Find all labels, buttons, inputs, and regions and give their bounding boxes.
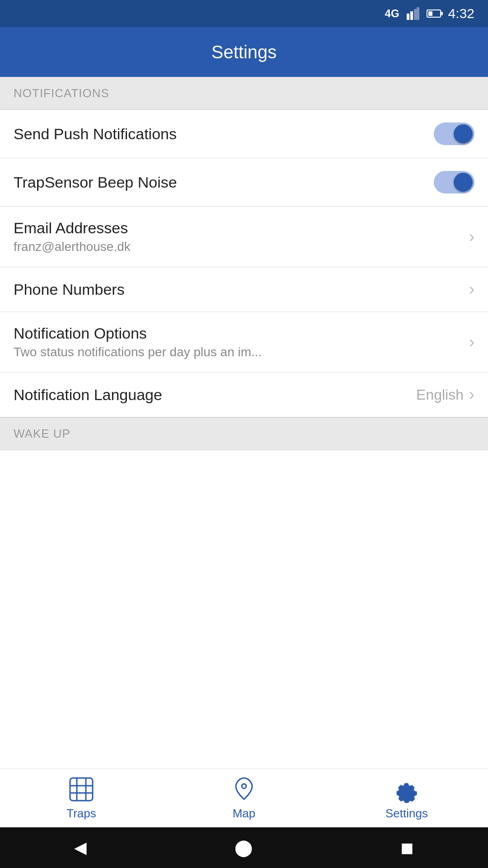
email-addresses-chevron: › [469, 227, 474, 246]
bottom-nav: Traps Map Settings [0, 769, 488, 827]
system-nav-bar: ◀ ⬤ ◼ [0, 827, 488, 868]
beep-noise-thumb [454, 173, 473, 192]
wakeup-section-header: WAKE UP [0, 417, 488, 450]
svg-rect-1 [410, 11, 413, 20]
notification-language-chevron: › [469, 385, 474, 404]
push-notifications-toggle[interactable] [434, 123, 474, 145]
notification-language-item[interactable]: Notification Language English › [0, 373, 488, 417]
map-icon [230, 776, 258, 803]
beep-noise-label: TrapSensor Beep Noise [14, 174, 177, 191]
email-addresses-label: Email Addresses [14, 219, 131, 237]
app-header: Settings [0, 27, 488, 77]
nav-item-traps[interactable]: Traps [0, 769, 163, 827]
recents-button[interactable]: ◼ [400, 838, 414, 857]
email-addresses-sublabel: franz@alerthouse.dk [14, 240, 131, 254]
phone-numbers-right: › [469, 280, 474, 299]
beep-noise-label-group: TrapSensor Beep Noise [14, 174, 177, 191]
email-addresses-right: › [469, 227, 474, 246]
phone-numbers-label-group: Phone Numbers [14, 281, 125, 298]
nav-item-map[interactable]: Map [163, 769, 325, 827]
nav-map-label: Map [233, 807, 256, 821]
phone-numbers-chevron: › [469, 280, 474, 299]
email-addresses-label-group: Email Addresses franz@alerthouse.dk [14, 219, 131, 254]
beep-noise-item[interactable]: TrapSensor Beep Noise [0, 158, 488, 207]
email-addresses-item[interactable]: Email Addresses franz@alerthouse.dk › [0, 207, 488, 267]
notifications-section-header: NOTIFICATIONS [0, 77, 488, 110]
notification-options-label-group: Notification Options Two status notifica… [14, 325, 262, 359]
notification-options-label: Notification Options [14, 325, 262, 342]
push-notifications-label-group: Send Push Notifications [14, 125, 177, 143]
home-button[interactable]: ⬤ [235, 838, 253, 857]
network-indicator: 4G [385, 7, 399, 20]
push-notifications-track [434, 123, 474, 145]
svg-marker-3 [417, 7, 419, 20]
nav-settings-label: Settings [385, 807, 428, 821]
wakeup-section-title: WAKE UP [14, 427, 70, 440]
nav-traps-label: Traps [66, 807, 96, 821]
notification-options-sublabel: Two status notifications per day plus an… [14, 345, 262, 359]
wakeup-content [0, 450, 488, 769]
notification-options-chevron: › [469, 333, 474, 352]
svg-rect-4 [70, 778, 93, 801]
notifications-section-title: NOTIFICATIONS [14, 86, 109, 100]
page-title: Settings [211, 42, 277, 62]
push-notifications-thumb [454, 124, 473, 143]
beep-noise-toggle[interactable] [434, 171, 474, 193]
notification-language-label: Notification Language [14, 386, 162, 404]
back-button[interactable]: ◀ [74, 838, 87, 857]
phone-numbers-label: Phone Numbers [14, 281, 125, 298]
settings-icon [393, 776, 420, 803]
nav-item-settings[interactable]: Settings [325, 769, 488, 827]
notification-language-right: English › [416, 385, 474, 404]
notification-options-right: › [469, 333, 474, 352]
push-notifications-label: Send Push Notifications [14, 125, 177, 143]
status-bar: 4G 4:32 [0, 0, 488, 27]
traps-icon [68, 776, 95, 803]
battery-icon [427, 9, 441, 18]
phone-numbers-item[interactable]: Phone Numbers › [0, 267, 488, 312]
beep-noise-track [434, 171, 474, 193]
notification-options-item[interactable]: Notification Options Two status notifica… [0, 312, 488, 373]
notification-language-value: English [416, 387, 464, 403]
svg-rect-2 [414, 9, 417, 20]
svg-point-9 [242, 784, 246, 788]
svg-rect-0 [407, 14, 409, 20]
status-time: 4:32 [448, 6, 474, 21]
push-notifications-item[interactable]: Send Push Notifications [0, 110, 488, 158]
notification-language-label-group: Notification Language [14, 386, 162, 404]
notifications-settings-list: Send Push Notifications TrapSensor Beep … [0, 110, 488, 417]
signal-icon [407, 7, 419, 20]
